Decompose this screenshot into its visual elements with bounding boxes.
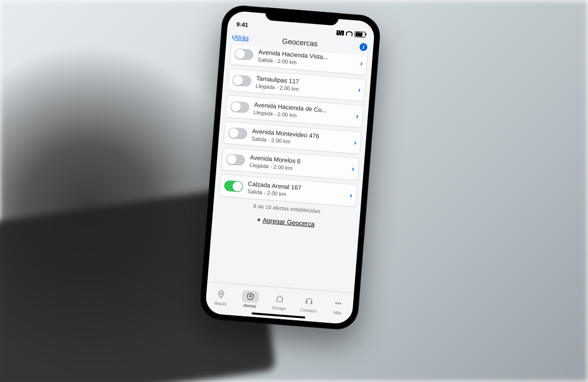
app-screen: 9:41 ‹ Atrás Geocercas i Avenida Haciend… xyxy=(205,10,375,325)
page-title: Geocercas xyxy=(282,36,318,48)
back-button[interactable]: ‹ Atrás xyxy=(231,31,249,43)
info-icon: i xyxy=(363,44,365,50)
chevron-right-icon[interactable]: › xyxy=(351,165,355,173)
chevron-right-icon[interactable]: › xyxy=(360,59,363,68)
geofence-list[interactable]: Avenida Hacienda Vista...Salida - 2.00 k… xyxy=(207,45,372,293)
geofence-text: Avenida Morelos 6Llegada - 2.00 km xyxy=(249,154,349,176)
toggle-knob xyxy=(226,154,237,165)
plus-icon: + xyxy=(257,216,261,224)
back-label: Atrás xyxy=(234,33,249,42)
toggle-knob xyxy=(235,49,245,60)
more-icon xyxy=(330,297,347,310)
svg-point-3 xyxy=(338,303,339,304)
svg-point-1 xyxy=(249,295,251,297)
phone-frame: 9:41 ‹ Atrás Geocercas i Avenida Haciend… xyxy=(198,4,382,331)
tab-more[interactable]: Más xyxy=(324,297,352,316)
geofence-text: Tamaulipas 117Llegada - 2.00 km xyxy=(255,75,355,96)
geofence-text: Avenida Montevideo 476Salida - 2.00 km xyxy=(251,128,351,149)
toggle-knob xyxy=(233,75,244,86)
tab-maps[interactable]: Mapas xyxy=(207,287,235,307)
svg-point-2 xyxy=(336,303,337,304)
add-geofence-button[interactable]: +Agregar Geocerca xyxy=(217,213,354,231)
add-geofence-label: Agregar Geocerca xyxy=(262,216,315,228)
toggle-knob xyxy=(232,181,243,192)
tab-label: Contacto xyxy=(300,308,317,314)
svg-point-0 xyxy=(220,292,222,295)
wifi-icon xyxy=(345,31,353,36)
toggle-knob xyxy=(228,128,239,139)
chevron-right-icon[interactable]: › xyxy=(358,85,361,94)
shield-icon xyxy=(242,290,259,303)
geofence-toggle[interactable] xyxy=(234,48,254,60)
geofence-text: Avenida Hacienda de Co...Llegada - 2.00 … xyxy=(253,101,353,123)
geofence-toggle[interactable] xyxy=(230,101,250,113)
tab-label: Garage xyxy=(272,305,286,311)
geofence-toggle[interactable] xyxy=(228,127,247,140)
headset-icon xyxy=(300,295,318,308)
chevron-right-icon[interactable]: › xyxy=(356,112,359,120)
toggle-knob xyxy=(231,101,242,112)
cellular-signal-icon xyxy=(337,30,344,36)
geofence-toggle[interactable] xyxy=(232,74,252,87)
geofence-toggle[interactable] xyxy=(224,180,244,192)
status-time: 9:41 xyxy=(236,21,248,29)
info-button[interactable]: i xyxy=(359,43,368,51)
chevron-right-icon[interactable]: › xyxy=(353,138,357,147)
tab-garage[interactable]: Garage xyxy=(266,292,294,311)
battery-icon xyxy=(354,31,366,38)
map-pin-icon xyxy=(212,287,230,301)
tab-label: Más xyxy=(334,310,342,315)
svg-point-4 xyxy=(340,303,342,305)
tab-label: Mapas xyxy=(214,301,227,307)
geofence-toggle[interactable] xyxy=(226,154,245,166)
tab-contact[interactable]: Contacto xyxy=(295,294,323,314)
geofence-text: Calzada Arenal 167Salida - 2.00 km xyxy=(247,180,347,202)
home-icon xyxy=(271,292,289,306)
chevron-right-icon[interactable]: › xyxy=(349,191,353,200)
tab-label: Alertas xyxy=(243,303,256,309)
tab-alerts[interactable]: Alertas xyxy=(236,289,264,309)
